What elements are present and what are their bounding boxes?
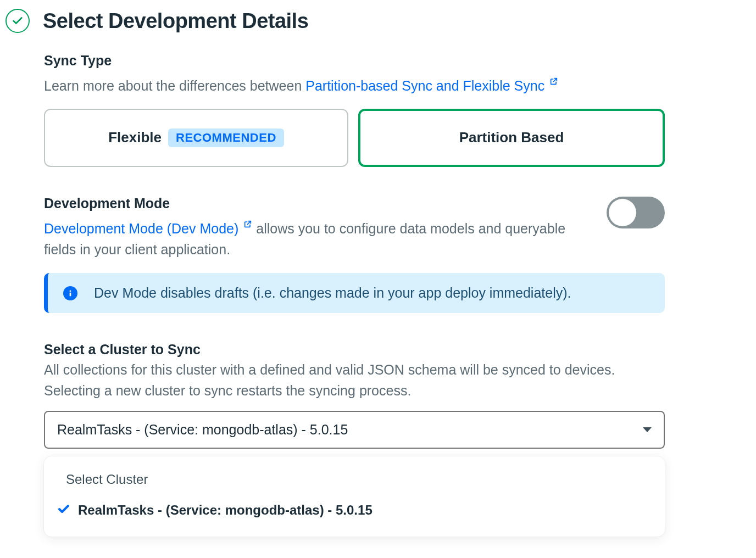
cluster-dropdown-header: Select Cluster xyxy=(44,464,665,495)
sync-option-flexible[interactable]: Flexible RECOMMENDED xyxy=(44,109,348,167)
dev-mode-banner-text: Dev Mode disables drafts (i.e. changes m… xyxy=(94,285,571,301)
toggle-knob xyxy=(609,199,636,226)
page-title: Select Development Details xyxy=(43,9,308,33)
sync-option-partition-label: Partition Based xyxy=(459,129,564,146)
svg-point-0 xyxy=(70,290,71,292)
cluster-dropdown-item[interactable]: RealmTasks - (Service: mongodb-atlas) - … xyxy=(44,495,665,526)
chevron-down-icon xyxy=(643,427,652,432)
sync-type-section: Sync Type Learn more about the differenc… xyxy=(44,53,665,167)
cluster-desc: All collections for this cluster with a … xyxy=(44,360,665,401)
info-icon xyxy=(63,286,77,300)
dev-mode-toggle[interactable] xyxy=(607,197,665,228)
sync-type-desc-prefix: Learn more about the differences between xyxy=(44,78,305,93)
cluster-dropdown: Select Cluster RealmTasks - (Service: mo… xyxy=(44,456,665,537)
recommended-badge: RECOMMENDED xyxy=(168,129,284,147)
sync-option-partition[interactable]: Partition Based xyxy=(358,109,665,167)
sync-type-link-text: Partition-based Sync and Flexible Sync xyxy=(305,78,544,93)
dev-mode-section: Development Mode Development Mode (Dev M… xyxy=(44,196,665,313)
sync-type-title: Sync Type xyxy=(44,53,665,69)
cluster-select-value: RealmTasks - (Service: mongodb-atlas) - … xyxy=(57,422,348,438)
external-link-icon xyxy=(243,214,252,235)
dev-mode-link-text: Development Mode (Dev Mode) xyxy=(44,221,238,236)
sync-type-desc: Learn more about the differences between… xyxy=(44,71,665,97)
cluster-title: Select a Cluster to Sync xyxy=(44,342,665,358)
cluster-dropdown-item-label: RealmTasks - (Service: mongodb-atlas) - … xyxy=(78,503,373,518)
dev-mode-info-banner: Dev Mode disables drafts (i.e. changes m… xyxy=(44,273,665,313)
cluster-select[interactable]: RealmTasks - (Service: mongodb-atlas) - … xyxy=(44,411,665,449)
dev-mode-link[interactable]: Development Mode (Dev Mode) xyxy=(44,221,252,236)
external-link-icon xyxy=(549,71,558,92)
check-icon xyxy=(57,503,70,518)
svg-rect-1 xyxy=(70,292,71,296)
cluster-section: Select a Cluster to Sync All collections… xyxy=(44,342,665,537)
sync-type-learn-more-link[interactable]: Partition-based Sync and Flexible Sync xyxy=(305,78,558,93)
sync-option-flexible-label: Flexible xyxy=(108,129,162,146)
step-complete-icon xyxy=(5,9,30,33)
dev-mode-title: Development Mode xyxy=(44,196,585,211)
dev-mode-desc: Development Mode (Dev Mode) allows you t… xyxy=(44,214,585,260)
